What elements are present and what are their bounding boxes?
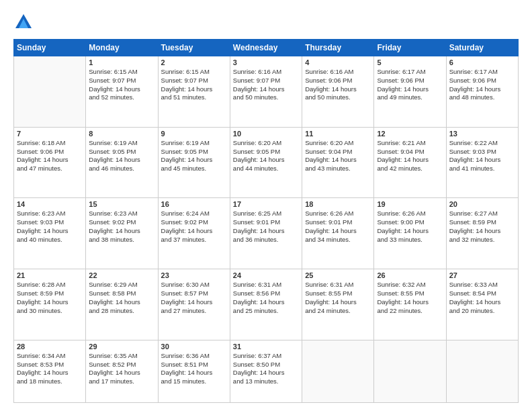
cell-info-line: and 50 minutes.	[305, 93, 371, 102]
cell-info-line: Sunrise: 6:28 AM	[17, 281, 83, 289]
day-number: 13	[449, 130, 515, 138]
cell-info-line: Sunset: 8:50 PM	[233, 361, 299, 369]
cell-info-line: Daylight: 14 hours	[305, 298, 371, 307]
cell-info-line: Daylight: 14 hours	[233, 227, 299, 236]
cell-info-line: Sunset: 9:02 PM	[89, 218, 154, 227]
cell-info-line: and 13 minutes.	[233, 377, 299, 386]
day-number: 26	[377, 271, 443, 279]
cell-info-line: and 45 minutes.	[161, 165, 227, 173]
cell-info-line: Sunrise: 6:19 AM	[161, 139, 227, 148]
calendar-cell: 30Sunrise: 6:36 AMSunset: 8:51 PMDayligh…	[158, 340, 230, 402]
cell-info-line: Sunset: 9:07 PM	[89, 77, 154, 85]
cell-info-line: and 37 minutes.	[161, 236, 227, 244]
cell-info-line: Sunset: 9:01 PM	[305, 218, 371, 227]
calendar-cell	[446, 340, 518, 402]
cell-info-line: Daylight: 14 hours	[89, 156, 154, 165]
cell-info-line: Sunrise: 6:18 AM	[17, 139, 83, 148]
day-number: 3	[233, 58, 299, 66]
calendar-cell: 14Sunrise: 6:23 AMSunset: 9:03 PMDayligh…	[14, 198, 86, 269]
calendar-cell: 31Sunrise: 6:37 AMSunset: 8:50 PMDayligh…	[230, 340, 302, 402]
cell-info-line: Daylight: 14 hours	[305, 85, 371, 94]
cell-info-line: and 42 minutes.	[377, 165, 443, 173]
calendar-cell: 24Sunrise: 6:31 AMSunset: 8:56 PMDayligh…	[230, 269, 302, 340]
cell-info-line: Daylight: 14 hours	[161, 156, 227, 165]
cell-info-line: and 27 minutes.	[161, 307, 227, 316]
day-number: 22	[89, 271, 154, 279]
cell-info-line: Sunrise: 6:23 AM	[17, 210, 83, 218]
day-number: 15	[89, 200, 154, 208]
cell-info-line: and 48 minutes.	[449, 93, 515, 102]
cell-info-line: Sunrise: 6:33 AM	[449, 281, 515, 289]
cell-info-line: and 34 minutes.	[305, 236, 371, 244]
cell-info-line: Daylight: 14 hours	[305, 227, 371, 236]
day-number: 10	[233, 130, 299, 138]
calendar-cell: 7Sunrise: 6:18 AMSunset: 9:06 PMDaylight…	[14, 127, 86, 198]
cell-info-line: Sunrise: 6:34 AM	[17, 352, 83, 361]
cell-info-line: Sunset: 9:06 PM	[449, 77, 515, 85]
calendar-week-row: 14Sunrise: 6:23 AMSunset: 9:03 PMDayligh…	[14, 198, 519, 269]
cell-info-line: Sunset: 9:06 PM	[377, 77, 443, 85]
cell-info-line: Sunset: 9:04 PM	[305, 148, 371, 156]
day-number: 17	[233, 200, 299, 208]
header-sunday: Sunday	[14, 40, 86, 56]
cell-info-line: Daylight: 14 hours	[17, 298, 83, 307]
cell-info-line: Sunset: 8:54 PM	[449, 289, 515, 298]
cell-info-line: and 18 minutes.	[17, 377, 83, 386]
page: SundayMondayTuesdayWednesdayThursdayFrid…	[0, 0, 532, 411]
calendar-cell: 16Sunrise: 6:24 AMSunset: 9:02 PMDayligh…	[158, 198, 230, 269]
day-number: 29	[89, 342, 154, 351]
cell-info-line: Sunset: 8:52 PM	[89, 361, 154, 369]
cell-info-line: and 46 minutes.	[89, 165, 154, 173]
calendar-cell	[14, 56, 86, 128]
day-number: 31	[233, 342, 299, 351]
cell-info-line: Sunrise: 6:23 AM	[89, 210, 154, 218]
cell-info-line: and 38 minutes.	[89, 236, 154, 244]
cell-info-line: Sunset: 9:05 PM	[89, 148, 154, 156]
calendar-cell: 15Sunrise: 6:23 AMSunset: 9:02 PMDayligh…	[86, 198, 158, 269]
cell-info-line: Daylight: 14 hours	[89, 369, 154, 377]
day-number: 7	[17, 130, 83, 138]
cell-info-line: Sunset: 9:01 PM	[233, 218, 299, 227]
calendar-week-row: 28Sunrise: 6:34 AMSunset: 8:53 PMDayligh…	[14, 340, 519, 402]
cell-info-line: and 20 minutes.	[449, 307, 515, 316]
calendar-cell: 11Sunrise: 6:20 AMSunset: 9:04 PMDayligh…	[302, 127, 374, 198]
cell-info-line: Sunrise: 6:36 AM	[161, 352, 227, 361]
cell-info-line: Sunrise: 6:19 AM	[89, 139, 154, 148]
calendar-cell: 29Sunrise: 6:35 AMSunset: 8:52 PMDayligh…	[86, 340, 158, 402]
calendar-cell: 18Sunrise: 6:26 AMSunset: 9:01 PMDayligh…	[302, 198, 374, 269]
day-number: 27	[449, 271, 515, 279]
day-number: 16	[161, 200, 227, 208]
cell-info-line: Sunrise: 6:20 AM	[233, 139, 299, 148]
day-number: 9	[161, 130, 227, 138]
cell-info-line: Sunrise: 6:21 AM	[377, 139, 443, 148]
cell-info-line: and 47 minutes.	[17, 165, 83, 173]
cell-info-line: and 28 minutes.	[89, 307, 154, 316]
cell-info-line: Daylight: 14 hours	[89, 85, 154, 94]
calendar-cell: 6Sunrise: 6:17 AMSunset: 9:06 PMDaylight…	[446, 56, 518, 128]
calendar-cell: 5Sunrise: 6:17 AMSunset: 9:06 PMDaylight…	[374, 56, 446, 128]
cell-info-line: and 15 minutes.	[161, 377, 227, 386]
day-number: 6	[449, 58, 515, 66]
cell-info-line: and 52 minutes.	[89, 93, 154, 102]
cell-info-line: Daylight: 14 hours	[233, 298, 299, 307]
cell-info-line: Sunset: 8:53 PM	[17, 361, 83, 369]
cell-info-line: Sunset: 9:05 PM	[233, 148, 299, 156]
cell-info-line: Daylight: 14 hours	[89, 227, 154, 236]
cell-info-line: Sunset: 8:55 PM	[305, 289, 371, 298]
day-number: 19	[377, 200, 443, 208]
cell-info-line: Daylight: 14 hours	[377, 85, 443, 94]
cell-info-line: Daylight: 14 hours	[449, 227, 515, 236]
cell-info-line: and 24 minutes.	[305, 307, 371, 316]
cell-info-line: Sunrise: 6:29 AM	[89, 281, 154, 289]
cell-info-line: Sunset: 9:04 PM	[377, 148, 443, 156]
cell-info-line: Daylight: 14 hours	[89, 298, 154, 307]
cell-info-line: Sunrise: 6:32 AM	[377, 281, 443, 289]
cell-info-line: and 41 minutes.	[449, 165, 515, 173]
calendar-cell	[374, 340, 446, 402]
cell-info-line: Sunrise: 6:35 AM	[89, 352, 154, 361]
day-number: 23	[161, 271, 227, 279]
calendar-cell: 9Sunrise: 6:19 AMSunset: 9:05 PMDaylight…	[158, 127, 230, 198]
calendar-cell: 12Sunrise: 6:21 AMSunset: 9:04 PMDayligh…	[374, 127, 446, 198]
day-number: 25	[305, 271, 371, 279]
day-number: 2	[161, 58, 227, 66]
